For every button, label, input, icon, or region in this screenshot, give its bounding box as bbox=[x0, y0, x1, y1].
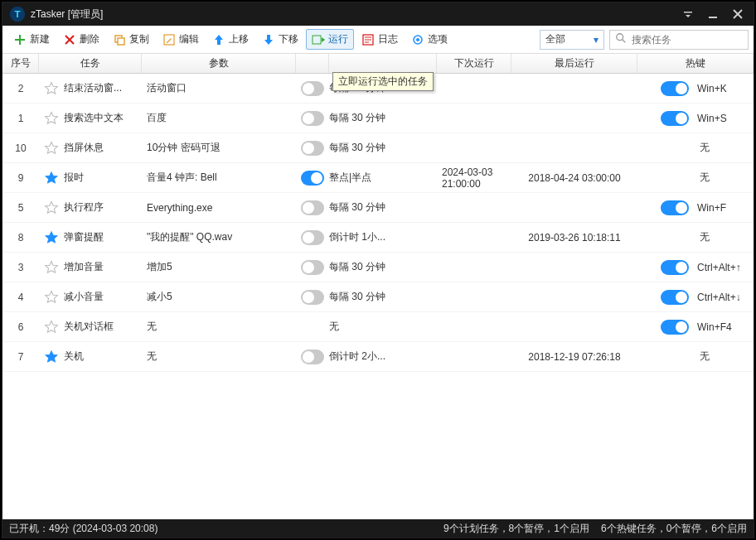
table-row[interactable]: 4减小音量减小5每隔 30 分钟Ctrl+Alt+↓ bbox=[2, 282, 754, 312]
cell-enable bbox=[296, 260, 329, 275]
enable-toggle[interactable] bbox=[301, 81, 324, 96]
star-icon[interactable] bbox=[44, 81, 59, 96]
cell-param: 无 bbox=[142, 320, 296, 334]
col-next[interactable]: 下次运行 bbox=[437, 54, 511, 73]
task-name: 结束活动窗... bbox=[64, 81, 122, 95]
cell-idx: 2 bbox=[2, 83, 39, 94]
delete-button[interactable]: 删除 bbox=[57, 29, 105, 50]
search-input[interactable] bbox=[632, 34, 743, 46]
cell-task: 执行程序 bbox=[39, 200, 142, 215]
dropdown-menu-button[interactable] bbox=[676, 6, 700, 22]
col-param[interactable]: 参数 bbox=[142, 54, 296, 73]
task-name: 关机对话框 bbox=[64, 320, 114, 334]
table-row[interactable]: 6关机对话框无无Win+F4 bbox=[2, 312, 754, 342]
cell-param: 减小5 bbox=[142, 290, 296, 304]
col-enable[interactable] bbox=[296, 54, 329, 73]
star-icon[interactable] bbox=[44, 111, 59, 126]
status-summary1: 9个计划任务，8个暂停，1个启用 bbox=[443, 522, 589, 536]
cell-idx: 6 bbox=[2, 321, 39, 333]
svg-point-17 bbox=[416, 38, 419, 41]
search-box[interactable] bbox=[609, 30, 749, 50]
hotkey-toggle[interactable] bbox=[661, 200, 689, 215]
cell-task: 结束活动窗... bbox=[39, 81, 142, 96]
movedown-button[interactable]: 下移 bbox=[256, 29, 304, 50]
edit-button[interactable]: 编辑 bbox=[157, 29, 205, 50]
col-idx[interactable]: 序号 bbox=[2, 54, 39, 73]
cell-idx: 4 bbox=[2, 292, 39, 303]
enable-toggle[interactable] bbox=[301, 111, 324, 126]
cell-last: 2018-12-19 07:26:18 bbox=[511, 351, 637, 363]
enable-toggle[interactable] bbox=[301, 260, 324, 275]
filter-dropdown[interactable]: 全部 ▾ bbox=[540, 30, 604, 50]
star-icon[interactable] bbox=[44, 200, 59, 215]
enable-toggle[interactable] bbox=[301, 200, 324, 215]
task-name: 增加音量 bbox=[64, 260, 104, 274]
table-row[interactable]: 9报时音量4 钟声: Bell整点|半点2024-03-03 21:00:002… bbox=[2, 163, 754, 193]
cell-param: 增加5 bbox=[142, 260, 296, 274]
cell-param: "我的提醒" QQ.wav bbox=[142, 230, 296, 244]
star-icon[interactable] bbox=[44, 260, 59, 275]
col-sched[interactable] bbox=[329, 54, 437, 73]
hotkey-text: 无 bbox=[700, 230, 710, 244]
chevron-down-icon: ▾ bbox=[594, 34, 598, 46]
cell-task: 关机 bbox=[39, 350, 142, 364]
hotkey-toggle[interactable] bbox=[661, 81, 689, 96]
options-button[interactable]: 选项 bbox=[405, 29, 453, 50]
play-icon bbox=[312, 33, 325, 46]
new-button[interactable]: 新建 bbox=[7, 29, 56, 50]
copy-button[interactable]: 复制 bbox=[107, 29, 155, 50]
cell-task: 减小音量 bbox=[39, 290, 142, 305]
hotkey-text: 无 bbox=[700, 141, 710, 155]
run-button[interactable]: 运行 bbox=[306, 29, 354, 50]
star-icon[interactable] bbox=[44, 320, 59, 335]
gear-icon bbox=[411, 33, 424, 46]
cell-hotkey: 无 bbox=[637, 350, 754, 364]
col-task[interactable]: 任务 bbox=[39, 54, 142, 73]
star-icon[interactable] bbox=[44, 141, 59, 156]
cell-sched: 每隔 30 分钟 bbox=[329, 141, 437, 155]
close-button[interactable] bbox=[725, 6, 750, 22]
hotkey-toggle[interactable] bbox=[661, 320, 689, 335]
task-name: 弹窗提醒 bbox=[64, 230, 104, 244]
table-row[interactable]: 5执行程序Everything.exe每隔 30 分钟Win+F bbox=[2, 193, 754, 223]
enable-toggle[interactable] bbox=[301, 141, 324, 156]
moveup-button[interactable]: 上移 bbox=[206, 29, 254, 50]
hotkey-toggle[interactable] bbox=[661, 260, 689, 275]
cell-idx: 1 bbox=[2, 113, 39, 124]
enable-toggle[interactable] bbox=[301, 350, 324, 364]
minimize-button[interactable] bbox=[700, 6, 725, 22]
app-window: T zTasker [管理员] 新建 删除 复制 编辑 上移 下移 运行 日志 … bbox=[2, 2, 754, 538]
table-row[interactable]: 7关机无倒计时 2小...2018-12-19 07:26:18无 bbox=[2, 342, 754, 372]
cell-enable bbox=[296, 230, 329, 245]
svg-point-18 bbox=[617, 34, 623, 41]
task-name: 报时 bbox=[64, 171, 84, 185]
table-row[interactable]: 10挡屏休息10分钟 密码可退每隔 30 分钟无 bbox=[2, 133, 754, 163]
col-hotkey[interactable]: 热键 bbox=[637, 54, 754, 73]
star-icon[interactable] bbox=[44, 171, 59, 186]
cell-param: Everything.exe bbox=[142, 202, 296, 214]
enable-toggle[interactable] bbox=[301, 290, 324, 305]
hotkey-text: Win+F4 bbox=[697, 321, 732, 333]
cell-idx: 10 bbox=[2, 142, 39, 154]
status-summary2: 6个热键任务，0个暂停，6个启用 bbox=[601, 522, 747, 536]
cell-task: 报时 bbox=[39, 171, 142, 186]
table-row[interactable]: 3增加音量增加5每隔 30 分钟Ctrl+Alt+↑ bbox=[2, 253, 754, 282]
cell-enable bbox=[296, 81, 329, 96]
cell-hotkey: Win+F bbox=[637, 200, 754, 215]
col-last[interactable]: 最后运行 bbox=[511, 54, 637, 73]
table-row[interactable]: 8弹窗提醒"我的提醒" QQ.wav倒计时 1小...2019-03-26 10… bbox=[2, 223, 754, 253]
enable-toggle[interactable] bbox=[301, 171, 324, 186]
cell-enable bbox=[296, 171, 329, 186]
hotkey-toggle[interactable] bbox=[661, 290, 689, 305]
task-name: 减小音量 bbox=[64, 290, 104, 304]
star-icon[interactable] bbox=[44, 350, 59, 364]
star-icon[interactable] bbox=[44, 290, 59, 305]
log-button[interactable]: 日志 bbox=[356, 29, 404, 50]
hotkey-toggle[interactable] bbox=[661, 111, 689, 126]
cell-last: 2018-04-24 03:00:00 bbox=[511, 172, 637, 184]
table-row[interactable]: 1搜索选中文本百度每隔 30 分钟Win+S bbox=[2, 104, 754, 133]
cell-sched: 每隔 30 分钟 bbox=[329, 200, 437, 215]
svg-rect-10 bbox=[313, 36, 321, 44]
enable-toggle[interactable] bbox=[301, 230, 324, 245]
star-icon[interactable] bbox=[44, 230, 59, 245]
